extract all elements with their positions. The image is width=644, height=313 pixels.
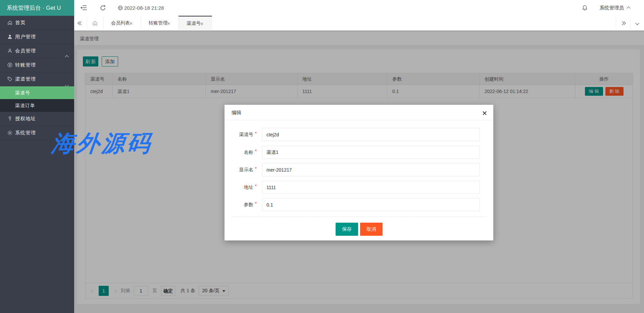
required-asterisk <box>255 201 257 206</box>
tab-label: 会员列表 <box>111 20 130 26</box>
footer-divider <box>232 217 486 217</box>
tab-label: 渠道号 <box>187 20 201 27</box>
tag-icon <box>7 76 13 82</box>
member-icon <box>7 48 13 54</box>
tabbar: 会员列表 转账管理 渠道号 <box>74 16 644 31</box>
close-icon[interactable] <box>130 21 133 25</box>
key-icon <box>7 116 13 122</box>
user-icon <box>7 34 13 40</box>
yen-circle-icon <box>7 62 13 68</box>
refresh-icon[interactable] <box>100 5 106 11</box>
display-name-input[interactable] <box>262 163 480 176</box>
sidebar-subitem-channel-id[interactable]: 渠道号 <box>0 86 74 99</box>
username-text: 系统管理员 <box>600 0 624 16</box>
sidebar-item-label: 会员管理 <box>15 48 36 53</box>
home-icon <box>7 20 13 26</box>
tab-channel-id[interactable]: 渠道号 <box>179 16 212 30</box>
field-label: 显示名 <box>239 167 253 172</box>
field-label: 渠道号 <box>239 132 253 137</box>
required-asterisk <box>255 166 257 171</box>
required-asterisk <box>255 183 257 189</box>
chevron-up-icon <box>627 6 630 10</box>
required-asterisk <box>255 131 257 136</box>
required-asterisk <box>255 148 257 154</box>
sidebar-item-authorized-address[interactable]: 授权地址 <box>0 112 74 126</box>
channel-id-input[interactable] <box>262 128 480 141</box>
param-input[interactable] <box>262 198 480 211</box>
sidebar-item-label: 用户管理 <box>15 34 36 39</box>
sidebar-item-label: 渠道管理 <box>15 76 36 82</box>
user-menu[interactable]: 系统管理员 <box>600 0 630 16</box>
form-field-param: 参数 <box>225 198 493 211</box>
sidebar-item-user-management[interactable]: 用户管理 <box>0 30 74 44</box>
tab-transfer-management[interactable]: 转账管理 <box>141 16 179 30</box>
sidebar-item-label: 首页 <box>15 20 26 25</box>
tab-label: 转账管理 <box>149 20 167 26</box>
cancel-button[interactable]: 取消 <box>360 223 383 236</box>
home-icon <box>92 20 98 26</box>
modal-title: 编辑 <box>225 105 493 120</box>
field-label: 地址 <box>244 184 253 190</box>
topbar: 2022-08-18 21:28 系统管理员 <box>74 0 644 16</box>
sidebar-item-system-management[interactable]: 系统管理 <box>0 126 74 140</box>
tabs-menu-button[interactable] <box>630 16 644 30</box>
field-label: 名称 <box>244 149 253 155</box>
sidebar-item-transfer-management[interactable]: 转账管理 <box>0 58 74 72</box>
sidebar-item-home[interactable]: 首页 <box>0 16 74 30</box>
close-icon[interactable] <box>201 22 204 25</box>
sidebar-toggle-icon[interactable] <box>80 5 87 11</box>
datetime-text: 2022-08-18 21:28 <box>124 0 164 16</box>
double-chevron-right-icon <box>621 22 625 25</box>
address-input[interactable] <box>262 181 480 194</box>
sidebar-item-member-management[interactable]: 会员管理 <box>0 44 74 58</box>
form-field-display-name: 显示名 <box>225 163 493 176</box>
tab-home[interactable] <box>87 16 103 30</box>
sidebar-subitem-label: 渠道号 <box>15 90 30 95</box>
sidebar-item-label: 授权地址 <box>15 116 36 121</box>
app-title: 系统管理后台 · Get U <box>0 0 74 16</box>
edit-modal: 编辑 渠道号 名称 显示名 地址 参数 保存 取消 <box>225 105 493 240</box>
field-label: 参数 <box>244 202 253 207</box>
close-icon[interactable] <box>483 110 487 115</box>
double-chevron-left-icon <box>78 22 83 25</box>
name-input[interactable] <box>262 146 480 159</box>
sidebar-item-channel-management[interactable]: 渠道管理 <box>0 72 74 86</box>
chevron-up-icon <box>65 132 68 146</box>
close-icon[interactable] <box>167 21 170 25</box>
form-field-address: 地址 <box>225 181 493 194</box>
sidebar-item-label: 系统管理 <box>15 130 36 135</box>
sidebar-item-label: 转账管理 <box>15 62 36 68</box>
form-field-channel: 渠道号 <box>225 128 493 141</box>
tabs-scroll-left-button[interactable] <box>74 16 87 30</box>
bell-icon[interactable] <box>582 5 588 11</box>
sidebar-subitem-channel-orders[interactable]: 渠道订单 <box>0 99 74 112</box>
gear-icon <box>7 130 13 136</box>
tabs-scroll-right-button[interactable] <box>616 16 630 30</box>
chevron-down-icon <box>635 21 639 25</box>
form-field-name: 名称 <box>225 146 493 159</box>
sidebar-subitem-label: 渠道订单 <box>15 103 35 108</box>
sidebar: 系统管理后台 · Get U 首页 用户管理 会员管理 转账管理 渠道管理 渠道… <box>0 0 74 313</box>
save-button[interactable]: 保存 <box>336 223 358 236</box>
globe-icon <box>117 5 123 11</box>
tab-member-list[interactable]: 会员列表 <box>103 16 141 30</box>
